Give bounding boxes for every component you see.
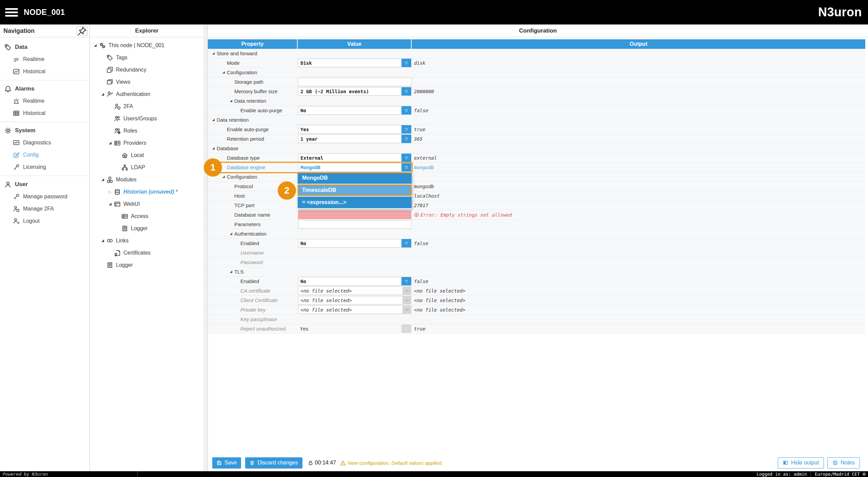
value-input[interactable]: No [298,239,411,247]
value-input[interactable]: No [298,277,411,285]
dropdown-arrow-button[interactable]: ▽ [401,239,411,247]
config-row-client-certificate-26[interactable]: Client Certificate<no file selected>···<… [208,296,865,305]
sidebar-item-data-historical[interactable]: Historical [0,65,90,78]
config-row-enable-auto-purge-6[interactable]: Enable auto-purgeNo▽false [208,106,865,115]
tree-item-this-node-node-001[interactable]: This node | NODE_001 [90,39,203,52]
notes-button[interactable]: Notes [827,457,860,469]
tree-item-logger[interactable]: Logger [90,259,203,271]
expand-open-icon[interactable] [107,142,113,144]
expand-open-icon[interactable] [100,239,105,242]
dropdown-option-timescaledb[interactable]: TimescaleDB [298,184,412,196]
file-input[interactable]: <no file selected> [298,286,411,295]
config-row-private-key-27[interactable]: Private key<no file selected>···<no file… [208,305,865,315]
config-row-configuration-2[interactable]: Configuration [208,68,865,77]
tree-item-webui[interactable]: WebUI [90,198,203,210]
expand-open-icon[interactable] [100,178,105,181]
sidebar-item-system-licensing[interactable]: Licensing [0,161,90,173]
file-input[interactable]: <no file selected> [298,296,411,304]
value-input[interactable]: External [298,154,411,162]
group-expand-icon[interactable] [230,233,232,235]
config-row-key-passphrase-28[interactable]: Key passphrase [208,315,865,324]
dropdown-arrow-button[interactable]: ▽ [401,106,411,115]
config-row-tls-23[interactable]: TLS [208,267,865,277]
expand-closed-icon[interactable]: ▷ [107,190,113,194]
config-row-database-name-17[interactable]: Database nameError: Empty strings not al… [208,210,865,220]
dropdown-arrow-button[interactable]: ▽ [401,125,411,134]
hamburger-menu-icon[interactable] [5,6,18,18]
value-input[interactable]: 1 year [298,135,411,143]
dropdown-arrow-button[interactable]: ▽ [401,135,411,143]
tree-item-ldap[interactable]: LDAP [90,161,203,174]
tree-item-providers[interactable]: Providers [90,137,203,149]
sidebar-item-system-config[interactable]: Config [0,149,90,161]
tree-item-redundancy[interactable]: Redundancy [90,64,203,76]
config-row-parameters-18[interactable]: Parameters [208,220,865,229]
hide-output-button[interactable]: Hide output [778,457,824,469]
panel-splitter-scrollbar[interactable] [203,25,208,471]
browse-file-button[interactable]: ··· [402,305,411,314]
browse-file-button[interactable]: ··· [402,286,411,295]
value-input[interactable]: No [298,106,411,115]
tree-item-2fa[interactable]: 2FA [90,100,203,113]
dropdown-arrow-button[interactable]: ▽ [401,59,411,67]
sidebar-item-user-manage-2fa[interactable]: Manage 2FA [0,203,90,215]
config-row-enabled-20[interactable]: EnabledNo▽false [208,239,865,248]
value-input[interactable]: Yes [298,125,411,134]
tree-item-users-groups[interactable]: Users/Groups [90,113,203,125]
config-row-data-retention-7[interactable]: Data retention [208,115,865,125]
sidebar-item-data-realtime[interactable]: Realtime [0,53,90,65]
sidebar-item-user-manage-password[interactable]: Manage password [0,191,90,203]
config-row-authentication-19[interactable]: Authentication [208,229,865,239]
config-row-enable-auto-purge-8[interactable]: Enable auto-purgeYes▽true [208,125,865,134]
tree-item-local[interactable]: Local [90,149,203,161]
save-button[interactable]: Save [212,457,241,469]
group-expand-icon[interactable] [222,71,225,74]
config-row-storage-path-3[interactable]: Storage path [208,77,865,87]
discard-changes-button[interactable]: Discard changes [245,457,302,469]
browse-file-button[interactable]: ··· [402,296,411,304]
pin-button[interactable] [77,26,87,36]
config-row-database-engine-12[interactable]: Database engineMongoDB▽mongodb [208,163,865,172]
value-input[interactable]: Disk [298,59,411,67]
sidebar-item-system-diagnostics[interactable]: Diagnostics [0,137,90,149]
config-row-memory-buffer-size-4[interactable]: Memory buffer size2 GB (~2 Million event… [208,87,865,96]
timezone-area[interactable]: Europe/Madrid CET [810,471,868,477]
group-expand-icon[interactable] [212,119,215,121]
value-input[interactable]: 2 GB (~2 Million events) [298,87,411,96]
file-input[interactable]: <no file selected> [298,305,411,314]
config-row-password-22[interactable]: Password [208,258,865,267]
config-row-ca-certificate-25[interactable]: CA certificate<no file selected>···<no f… [208,286,865,296]
sidebar-item-user-logout[interactable]: Logout [0,215,90,227]
group-expand-icon[interactable] [222,176,225,178]
config-row-mode-1[interactable]: ModeDisk▽disk [208,58,865,68]
group-expand-icon[interactable] [212,147,215,150]
value-input[interactable] [298,78,411,86]
expand-open-icon[interactable] [100,93,105,96]
value-input[interactable] [298,220,411,228]
expand-open-icon[interactable] [92,44,98,47]
tree-item-modules[interactable]: Modules [90,174,203,186]
group-expand-icon[interactable] [212,52,215,55]
tree-item-views[interactable]: Views [90,76,203,88]
sidebar-item-alarms-historical[interactable]: Historical [0,107,90,119]
tree-item-authentication[interactable]: Authentication [90,88,203,100]
tree-item-links[interactable]: Links [90,235,203,247]
config-row-data-retention-5[interactable]: Data retention [208,96,865,106]
config-row-enabled-24[interactable]: EnabledNo▽false [208,277,865,286]
group-expand-icon[interactable] [230,100,232,102]
dropdown-arrow-button[interactable]: ▽ [401,87,411,96]
tree-item-tags[interactable]: Tags [90,52,203,64]
dropdown-option-expression[interactable]: = <expression...> [298,197,412,208]
config-row-username-21[interactable]: Username [208,248,865,258]
tree-item-logger[interactable]: Logger [90,222,203,235]
tree-item-certificates[interactable]: Certificates [90,247,203,259]
dropdown-arrow-button[interactable]: ▽ [401,277,411,285]
dropdown-option-mongodb[interactable]: MongoDB [298,172,412,184]
config-row-retention-period-9[interactable]: Retention period1 year▽365 [208,134,865,144]
dropdown-arrow-button[interactable]: ▽ [401,163,411,172]
value-input-error[interactable] [298,211,411,219]
expand-open-icon[interactable] [107,203,113,205]
group-expand-icon[interactable] [230,271,232,273]
value-input[interactable]: MongoDB [298,163,411,172]
tree-item-historian-unsaved[interactable]: ▷Historian (unsaved) * [90,186,203,198]
